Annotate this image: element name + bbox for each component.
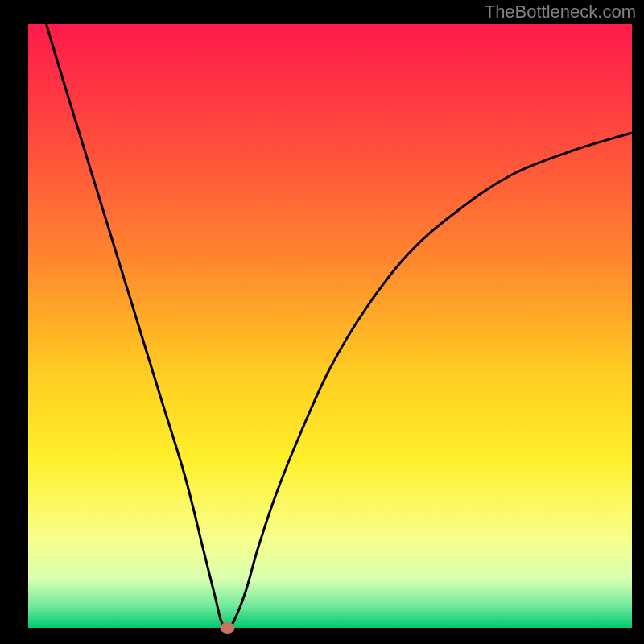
optimal-point-marker bbox=[221, 622, 235, 634]
bottleneck-chart bbox=[0, 0, 644, 644]
chart-frame: TheBottleneck.com bbox=[0, 0, 644, 644]
plot-background bbox=[28, 24, 632, 628]
watermark-label: TheBottleneck.com bbox=[485, 2, 636, 23]
